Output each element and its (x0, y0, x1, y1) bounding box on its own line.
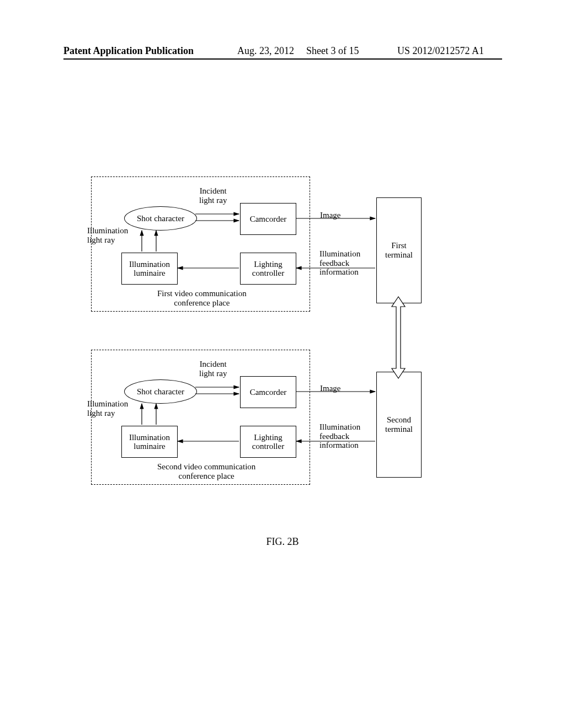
luminaire-label-bot: Illumination luminaire (129, 433, 170, 451)
camcorder-label-bot: Camcorder (250, 388, 287, 397)
page: Patent Application Publication Aug. 23, … (0, 0, 565, 728)
feedback-label-top: Illumination feedback information (319, 249, 360, 277)
lighting-controller-top: Lighting controller (240, 253, 296, 285)
image-label-bot: Image (320, 384, 340, 393)
luminaire-top: Illumination luminaire (121, 253, 178, 285)
first-terminal-label: First terminal (385, 241, 413, 260)
shot-character-label-top: Shot character (137, 214, 184, 223)
first-conf-label: First video communication conference pla… (157, 289, 247, 307)
incident-light-label-bot: Incident light ray (199, 360, 227, 378)
header-pubno: US 2012/0212572 A1 (397, 45, 484, 57)
shot-character-label-bot: Shot character (137, 387, 184, 397)
camcorder-bot: Camcorder (240, 376, 296, 408)
incident-light-label-top: Incident light ray (199, 186, 227, 205)
feedback-label-bot: Illumination feedback information (319, 422, 360, 450)
luminaire-bot: Illumination luminaire (121, 426, 178, 458)
luminaire-label-top: Illumination luminaire (129, 260, 170, 278)
illumination-light-label-top: Illumination light ray (87, 226, 128, 244)
header-publication: Patent Application Publication (63, 45, 194, 57)
header-rule (63, 58, 502, 60)
camcorder-top: Camcorder (240, 203, 296, 235)
shot-character-top: Shot character (124, 206, 197, 231)
illumination-light-label-bot: Illumination light ray (87, 399, 128, 417)
shot-character-bot: Shot character (124, 379, 197, 404)
figure-caption: FIG. 2B (0, 536, 565, 548)
lighting-controller-label-bot: Lighting controller (252, 433, 284, 451)
header-sheet: Sheet 3 of 15 (306, 45, 359, 57)
lighting-controller-label-top: Lighting controller (252, 260, 284, 278)
header-date: Aug. 23, 2012 (237, 45, 294, 57)
terminal-link-icon (392, 297, 405, 378)
second-terminal-label: Second terminal (385, 415, 413, 434)
second-terminal: Second terminal (376, 372, 422, 478)
first-terminal: First terminal (376, 197, 422, 303)
lighting-controller-bot: Lighting controller (240, 426, 296, 458)
second-conf-label: Second video communication conference pl… (157, 462, 255, 480)
image-label-top: Image (320, 211, 340, 220)
camcorder-label-top: Camcorder (250, 215, 287, 224)
